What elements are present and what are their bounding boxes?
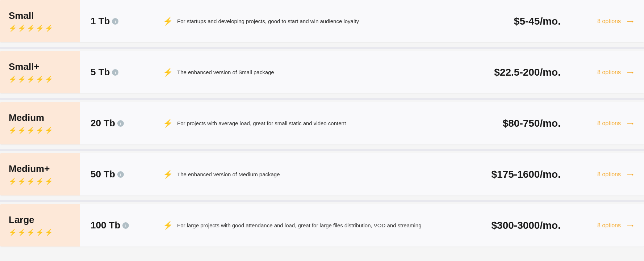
plan-row-small: Small⚡⚡⚡⚡⚡1 Tbi⚡For startups and develop…: [0, 0, 644, 42]
plan-description-col-large: ⚡For large projects with good attendance…: [152, 204, 477, 247]
star-filled: ⚡: [9, 126, 17, 134]
plan-name-col-small-plus: Small+⚡⚡⚡⚡⚡: [0, 51, 80, 93]
plan-storage-col-medium-plus: 50 Tbi: [80, 153, 152, 195]
star-empty: ⚡: [27, 24, 35, 32]
plan-storage-large: 100 Tb: [91, 220, 120, 231]
plan-price-col-medium: $80-750/mo.: [477, 102, 572, 144]
plan-storage-medium: 20 Tb: [91, 118, 115, 129]
plan-price-col-large: $300-3000/mo.: [477, 204, 572, 247]
stars-row-small: ⚡⚡⚡⚡⚡: [9, 24, 71, 32]
arrow-right-icon[interactable]: →: [625, 220, 635, 231]
star-filled: ⚡: [9, 24, 17, 32]
plan-storage-col-medium: 20 Tbi: [80, 102, 152, 144]
plan-name-col-large: Large⚡⚡⚡⚡⚡: [0, 204, 80, 247]
plan-row-large: Large⚡⚡⚡⚡⚡100 Tbi⚡For large projects wit…: [0, 204, 644, 247]
plan-row-medium: Medium⚡⚡⚡⚡⚡20 Tbi⚡For projects with aver…: [0, 102, 644, 144]
plan-description-col-medium: ⚡For projects with average load, great f…: [152, 102, 477, 144]
plan-price-medium-plus: $175-1600/mo.: [492, 169, 561, 180]
lightning-icon: ⚡: [163, 221, 173, 230]
plan-description-medium-plus: The enhanced version of Medium package: [177, 171, 280, 178]
plan-name-col-medium-plus: Medium+⚡⚡⚡⚡⚡: [0, 153, 80, 195]
plan-storage-medium-plus: 50 Tb: [91, 169, 115, 180]
lightning-icon: ⚡: [163, 17, 173, 26]
plan-description-col-medium-plus: ⚡The enhanced version of Medium package: [152, 153, 477, 195]
plan-name-medium: Medium: [9, 112, 71, 123]
plan-description-medium: For projects with average load, great fo…: [177, 119, 346, 127]
plan-options-label-small-plus: 8 options: [597, 69, 621, 76]
star-empty: ⚡: [45, 75, 53, 83]
lightning-icon: ⚡: [163, 119, 173, 128]
plan-name-col-small: Small⚡⚡⚡⚡⚡: [0, 0, 80, 42]
plan-row-small-plus: Small+⚡⚡⚡⚡⚡5 Tbi⚡The enhanced version of…: [0, 51, 644, 93]
stars-row-large: ⚡⚡⚡⚡⚡: [9, 228, 71, 236]
star-filled: ⚡: [27, 177, 35, 185]
info-icon[interactable]: i: [117, 120, 124, 127]
star-filled: ⚡: [18, 126, 26, 134]
plan-options-col-small-plus[interactable]: 8 options→: [572, 51, 644, 93]
star-filled: ⚡: [9, 228, 17, 236]
stars-row-medium: ⚡⚡⚡⚡⚡: [9, 126, 71, 134]
stars-row-medium-plus: ⚡⚡⚡⚡⚡: [9, 177, 71, 185]
info-icon[interactable]: i: [122, 222, 129, 229]
star-empty: ⚡: [45, 24, 53, 32]
plan-options-col-small[interactable]: 8 options→: [572, 0, 644, 42]
stars-row-small-plus: ⚡⚡⚡⚡⚡: [9, 75, 71, 83]
star-filled: ⚡: [18, 177, 26, 185]
star-filled: ⚡: [9, 177, 17, 185]
plan-name-medium-plus: Medium+: [9, 163, 71, 174]
arrow-right-icon[interactable]: →: [625, 16, 635, 27]
plan-options-label-small: 8 options: [597, 18, 621, 25]
plan-row-medium-plus: Medium+⚡⚡⚡⚡⚡50 Tbi⚡The enhanced version …: [0, 153, 644, 195]
star-filled: ⚡: [27, 126, 35, 134]
plan-options-label-large: 8 options: [597, 222, 621, 229]
plan-description-col-small-plus: ⚡The enhanced version of Small package: [152, 51, 477, 93]
info-icon[interactable]: i: [112, 18, 118, 25]
star-empty: ⚡: [36, 24, 44, 32]
plan-price-large: $300-3000/mo.: [492, 220, 561, 231]
arrow-right-icon[interactable]: →: [625, 118, 635, 129]
star-filled: ⚡: [27, 228, 35, 236]
arrow-right-icon[interactable]: →: [625, 67, 635, 78]
plan-storage-col-large: 100 Tbi: [80, 204, 152, 247]
star-empty: ⚡: [36, 126, 44, 134]
star-filled: ⚡: [36, 228, 44, 236]
plan-storage-small-plus: 5 Tb: [91, 67, 110, 78]
plan-price-small: $5-45/mo.: [514, 16, 561, 27]
plan-options-col-medium[interactable]: 8 options→: [572, 102, 644, 144]
star-empty: ⚡: [45, 177, 53, 185]
star-filled: ⚡: [9, 75, 17, 83]
plan-name-col-medium: Medium⚡⚡⚡⚡⚡: [0, 102, 80, 144]
plan-description-large: For large projects with good attendance …: [177, 222, 422, 230]
star-filled: ⚡: [36, 177, 44, 185]
plan-options-col-large[interactable]: 8 options→: [572, 204, 644, 247]
plan-options-label-medium: 8 options: [597, 120, 621, 127]
plans-list: Small⚡⚡⚡⚡⚡1 Tbi⚡For startups and develop…: [0, 0, 644, 247]
plan-description-small: For startups and developing projects, go…: [177, 17, 359, 25]
lightning-icon: ⚡: [163, 170, 173, 179]
info-icon[interactable]: i: [117, 171, 124, 178]
star-empty: ⚡: [45, 126, 53, 134]
lightning-icon: ⚡: [163, 68, 173, 77]
plan-price-col-small: $5-45/mo.: [477, 0, 572, 42]
star-empty: ⚡: [45, 228, 53, 236]
star-filled: ⚡: [18, 24, 26, 32]
plan-description-col-small: ⚡For startups and developing projects, g…: [152, 0, 477, 42]
plan-storage-small: 1 Tb: [91, 16, 110, 27]
plan-name-small-plus: Small+: [9, 61, 71, 72]
plan-description-small-plus: The enhanced version of Small package: [177, 68, 274, 76]
plan-price-medium: $80-750/mo.: [503, 118, 561, 129]
plan-storage-col-small-plus: 5 Tbi: [80, 51, 152, 93]
info-icon[interactable]: i: [112, 69, 118, 76]
plan-name-large: Large: [9, 214, 71, 226]
plan-price-small-plus: $22.5-200/mo.: [494, 67, 561, 78]
plan-options-label-medium-plus: 8 options: [597, 171, 621, 178]
star-filled: ⚡: [18, 75, 26, 83]
plan-name-small: Small: [9, 10, 71, 21]
star-filled: ⚡: [18, 228, 26, 236]
plan-storage-col-small: 1 Tbi: [80, 0, 152, 42]
plan-price-col-medium-plus: $175-1600/mo.: [477, 153, 572, 195]
plan-options-col-medium-plus[interactable]: 8 options→: [572, 153, 644, 195]
arrow-right-icon[interactable]: →: [625, 169, 635, 180]
plan-price-col-small-plus: $22.5-200/mo.: [477, 51, 572, 93]
star-empty: ⚡: [27, 75, 35, 83]
